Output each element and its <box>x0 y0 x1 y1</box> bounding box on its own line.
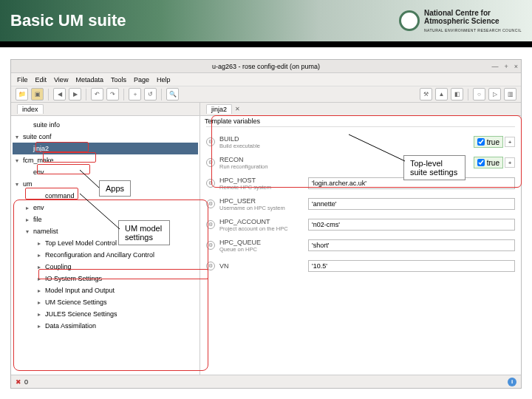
nav-tree-pane: index suite info suite conf jinja2 fcm_m… <box>11 103 200 375</box>
var-name: BUILD <box>219 135 474 143</box>
gear-icon[interactable]: ⚙ <box>206 262 215 270</box>
minimize-icon[interactable]: — <box>491 63 498 70</box>
var-name: HPC_QUEUE <box>219 239 308 246</box>
window-titlebar: u-ag263 - rose config-edit (on puma) — +… <box>11 60 521 73</box>
add-value-icon[interactable]: + <box>505 157 515 168</box>
run-icon[interactable]: ○ <box>473 88 485 100</box>
gear-icon[interactable]: ⚙ <box>206 137 215 146</box>
callout-um: UM model settings <box>118 220 170 245</box>
section-heading: Template variables <box>200 116 521 126</box>
form-row: ⚙ HPC_QUEUE Queue on HPC 'short' <box>200 235 521 256</box>
var-desc: Username on HPC system <box>219 205 308 211</box>
menu-tools[interactable]: Tools <box>111 76 126 83</box>
tree-jinja2[interactable]: jinja2 <box>13 143 198 154</box>
logo-circle-icon <box>399 10 420 31</box>
nav-fwd-icon[interactable]: ▶ <box>69 88 81 100</box>
tree-suite-conf[interactable]: suite conf <box>13 131 198 143</box>
callout-apps: Apps <box>99 180 131 197</box>
menu-view[interactable]: View <box>54 76 68 83</box>
divider-bar <box>0 41 532 47</box>
close-icon[interactable]: × <box>514 63 518 70</box>
input-hpc_account[interactable]: 'n02-cms' <box>308 219 515 231</box>
find-icon[interactable]: 🔍 <box>166 88 179 100</box>
error-icon: ✖ <box>16 378 21 386</box>
tree-sec-0[interactable]: Top Level Model Control <box>13 237 198 249</box>
index-tab[interactable]: index <box>17 104 44 114</box>
statusbar: ✖ 0 i <box>11 375 521 388</box>
tree-sec-4[interactable]: Model Input and Output <box>13 284 198 296</box>
maximize-icon[interactable]: + <box>504 63 508 70</box>
form-row: ⚙ HPC_HOST Remote HPC system 'login.arch… <box>200 173 521 194</box>
rose-edit-window: u-ag263 - rose config-edit (on puma) — +… <box>10 59 522 389</box>
tree-sec-5[interactable]: UM Science Settings <box>13 296 198 308</box>
menu-edit[interactable]: Edit <box>35 76 47 83</box>
var-name: HPC_HOST <box>219 177 308 184</box>
menubar: File Edit View Metadata Tools Page Help <box>11 73 521 86</box>
tab-close-icon[interactable]: ✕ <box>235 106 240 112</box>
tree-sec-3[interactable]: IO System Settings <box>13 273 198 284</box>
add-value-icon[interactable]: + <box>505 137 515 147</box>
ncas-logo: National Centre for Atmospheric Science … <box>399 9 522 33</box>
play-icon[interactable]: ▷ <box>488 88 501 100</box>
menu-page[interactable]: Page <box>134 76 149 83</box>
form-row: ⚙ BUILD Build executable true+ <box>200 132 521 152</box>
tree-sec-6[interactable]: JULES Science Settings <box>13 308 198 320</box>
redo-icon[interactable]: ↷ <box>106 88 119 100</box>
save-icon[interactable]: ▣ <box>31 88 44 100</box>
menu-metadata[interactable]: Metadata <box>75 76 103 83</box>
tree-suite-info[interactable]: suite info <box>13 119 198 131</box>
view-icon[interactable]: ▥ <box>504 88 516 100</box>
var-desc: Project account on the HPC <box>219 225 308 232</box>
tree-env[interactable]: env <box>13 166 198 178</box>
tree-fcm-make[interactable]: fcm_make <box>13 154 198 166</box>
form-row: ⚙ HPC_USER Username on HPC system 'annet… <box>200 194 521 214</box>
tree-namelist[interactable]: namelist <box>13 225 198 237</box>
gear-icon[interactable]: ⚙ <box>206 179 215 188</box>
var-name: HPC_USER <box>219 197 308 205</box>
tree-sec-7[interactable]: Data Assimilation <box>13 320 198 332</box>
form-row: ⚙ RECON Run reconfiguration true+ <box>200 152 521 173</box>
undo-icon[interactable]: ↶ <box>91 88 103 100</box>
error-count: 0 <box>24 378 28 386</box>
menu-file[interactable]: File <box>17 76 28 83</box>
tree-env2[interactable]: env <box>13 202 198 214</box>
revert-icon[interactable]: ↺ <box>144 88 157 100</box>
window-title: u-ag263 - rose config-edit (on puma) <box>212 63 320 70</box>
tree-sec-2[interactable]: Coupling <box>13 261 198 273</box>
nav-back-icon[interactable]: ◀ <box>53 88 66 100</box>
input-vn[interactable]: '10.5' <box>308 260 515 272</box>
input-hpc_user[interactable]: 'annette' <box>308 198 515 210</box>
transform-icon[interactable]: ▲ <box>435 88 448 100</box>
checkbox-build[interactable]: true <box>474 136 503 148</box>
menu-help[interactable]: Help <box>157 76 171 83</box>
gear-icon[interactable]: ⚙ <box>206 241 215 250</box>
checkbox-recon[interactable]: true <box>474 157 503 168</box>
gear-icon[interactable]: ⚙ <box>206 200 215 208</box>
slide-title: Basic UM suite <box>10 11 126 30</box>
validate-icon[interactable]: ⚒ <box>420 88 432 100</box>
graph-icon[interactable]: ◧ <box>451 88 463 100</box>
var-name: VN <box>219 262 308 270</box>
form-pane: jinja2 ✕ Template variables ⚙ BUILD Buil… <box>200 103 521 375</box>
input-hpc_queue[interactable]: 'short' <box>308 239 515 251</box>
add-icon[interactable]: ＋ <box>129 88 141 100</box>
info-icon[interactable]: i <box>508 378 516 386</box>
gear-icon[interactable]: ⚙ <box>206 220 215 229</box>
slide-header: Basic UM suite National Centre for Atmos… <box>0 0 532 41</box>
var-name: HPC_ACCOUNT <box>219 218 308 225</box>
form-row: ⚙ HPC_ACCOUNT Project account on the HPC… <box>200 214 521 235</box>
tree-sec-1[interactable]: Reconfiguration and Ancillary Control <box>13 249 198 261</box>
form-row: ⚙ VN '10.5' <box>200 256 521 276</box>
var-desc: Queue on HPC <box>219 246 308 253</box>
tree-file[interactable]: file <box>13 214 198 225</box>
gear-icon[interactable]: ⚙ <box>206 158 215 167</box>
open-icon[interactable]: 📁 <box>16 88 28 100</box>
var-desc: Remote HPC system <box>219 184 308 191</box>
callout-top: Top-level suite settings <box>403 155 466 180</box>
right-tab[interactable]: jinja2 <box>206 104 232 114</box>
var-desc: Build executable <box>219 143 474 149</box>
toolbar: 📁 ▣ ◀ ▶ ↶ ↷ ＋ ↺ 🔍 ⚒ ▲ ◧ ○ ▷ ▥ <box>11 86 521 103</box>
